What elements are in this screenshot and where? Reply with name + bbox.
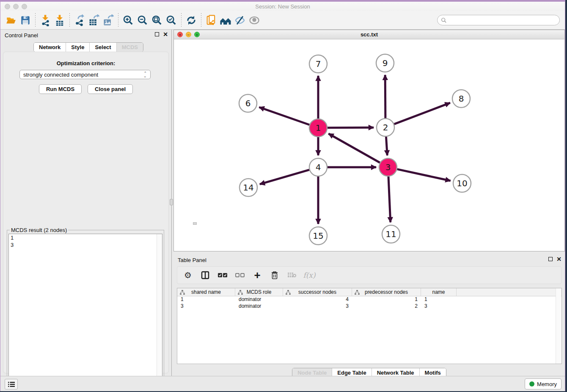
svg-text:6: 6 [245,98,251,108]
close-table-panel-icon[interactable]: ✕ [556,257,561,261]
window-title: Session: New Session [0,3,565,10]
node-6[interactable]: 6 [239,94,257,112]
select-all-icon[interactable] [217,270,228,281]
optimization-criterion-value: strongly connected component [23,72,98,78]
node-9[interactable]: 9 [376,54,394,72]
edge-3-1[interactable] [328,134,380,163]
edge-4-14[interactable] [260,170,309,184]
close-panel-icon[interactable]: ✕ [163,32,168,36]
column-header-MCDS-role[interactable]: MCDS role [235,288,283,296]
export-table-icon[interactable] [87,13,101,28]
table-cell[interactable]: 1 [421,296,457,303]
memory-status-icon [529,381,534,386]
node-3[interactable]: 3 [379,158,397,176]
delete-table-icon[interactable] [286,270,297,281]
zoom-out-icon[interactable] [135,13,150,28]
table-cell[interactable]: 3 [177,303,235,310]
table-panel: Table Panel ✕ ⚙ + f(x) [173,254,565,378]
table-scrollbar[interactable] [556,288,561,364]
result-scrollbar[interactable] [157,234,162,387]
edge-1-6[interactable] [259,107,309,125]
search-input[interactable] [437,15,560,25]
table-cell[interactable]: 1 [352,296,421,303]
memory-button[interactable]: Memory [525,378,561,389]
column-header-successor-nodes[interactable]: successor nodes [283,288,352,296]
deselect-all-icon[interactable] [234,270,245,281]
close-panel-button[interactable]: Close panel [88,84,133,94]
network-canvas[interactable]: 7968124314101511 [174,39,564,251]
float-table-panel-icon[interactable] [548,257,553,261]
zoom-in-icon[interactable] [121,13,135,28]
table-cell[interactable]: 3 [421,303,457,310]
node-2[interactable]: 2 [377,119,394,136]
control-panel-title: Control Panel [5,32,38,39]
zoom-fit-icon[interactable] [150,13,164,28]
node-11[interactable]: 11 [382,225,400,243]
hide-selected-icon[interactable] [233,13,247,28]
table-cell[interactable]: 4 [283,296,352,303]
node-1[interactable]: 1 [309,119,327,137]
delete-icon[interactable] [269,270,280,281]
panel-splitter-handle[interactable] [170,199,173,205]
edge-3-10[interactable] [397,169,450,181]
node-4[interactable]: 4 [309,158,327,176]
node-table: shared nameMCDS rolesuccessor nodesprede… [177,288,562,364]
refresh-icon[interactable] [184,13,198,28]
run-mcds-button[interactable]: Run MCDS [39,84,82,94]
tab-network[interactable]: Network [34,43,66,52]
table-cell[interactable]: 2 [352,303,421,310]
export-network-icon[interactable] [72,13,87,28]
node-15[interactable]: 15 [309,227,327,245]
edge-2-8[interactable] [394,103,450,124]
first-neighbors-icon[interactable] [218,13,233,28]
zoom-selected-icon[interactable] [164,13,179,28]
table-cell[interactable]: dominator [235,303,283,310]
tab-mcds[interactable]: MCDS [117,43,143,52]
chevron-updown-icon: ⌃⌃ [143,72,147,77]
node-10[interactable]: 10 [453,174,471,192]
save-icon[interactable] [18,13,33,28]
edge-3-11[interactable] [388,177,391,222]
column-header-shared-name[interactable]: shared name [177,288,235,296]
add-icon[interactable]: + [252,270,263,281]
columns-icon[interactable] [200,270,211,281]
table-row[interactable]: 3dominator323 [177,303,561,310]
edge-2-3[interactable] [386,137,387,155]
status-bar: Memory [0,376,565,391]
table-row[interactable]: 1dominator411 [177,296,561,303]
svg-text:4: 4 [316,162,321,172]
edge-2-9[interactable] [385,75,385,118]
column-sort-icon [180,290,185,295]
column-header-predecessor-nodes[interactable]: predecessor nodes [352,288,421,296]
node-14[interactable]: 14 [239,179,257,196]
node-8[interactable]: 8 [452,90,470,108]
svg-text:9: 9 [383,58,388,68]
export-image-icon[interactable] [101,13,116,28]
show-all-icon[interactable] [247,13,261,28]
edge-1-2[interactable] [328,127,374,128]
mcds-result-group: MCDS result (2 nodes) 1 3 [7,230,164,390]
tab-style[interactable]: Style [66,43,90,52]
node-7[interactable]: 7 [309,55,327,73]
column-header-name[interactable]: name [421,288,457,296]
list-icon [8,381,15,387]
copy-network-icon[interactable] [204,13,218,28]
float-panel-icon[interactable] [155,32,159,36]
network-window-titlebar: × − + scc.txt [174,30,564,39]
import-table-icon[interactable] [52,13,67,28]
table-cell[interactable]: 3 [283,303,352,310]
open-folder-icon[interactable] [4,13,18,28]
mcds-result-textarea[interactable]: 1 3 [8,234,162,388]
toolbar-separator [201,13,201,28]
table-cell[interactable]: 1 [177,296,235,303]
network-view-window: × − + scc.txt 7968124314101511 [173,30,565,251]
column-sort-icon [238,290,243,295]
gear-icon[interactable]: ⚙ [182,270,193,281]
task-history-button[interactable] [5,379,18,389]
tab-select[interactable]: Select [90,43,116,52]
import-network-icon[interactable] [38,13,52,28]
table-cell[interactable]: dominator [235,296,283,303]
horizontal-splitter-handle[interactable] [193,222,197,225]
optimization-criterion-select[interactable]: strongly connected component ⌃⌃ [19,70,151,79]
control-panel-tabs: Network Style Select MCDS [33,42,143,52]
